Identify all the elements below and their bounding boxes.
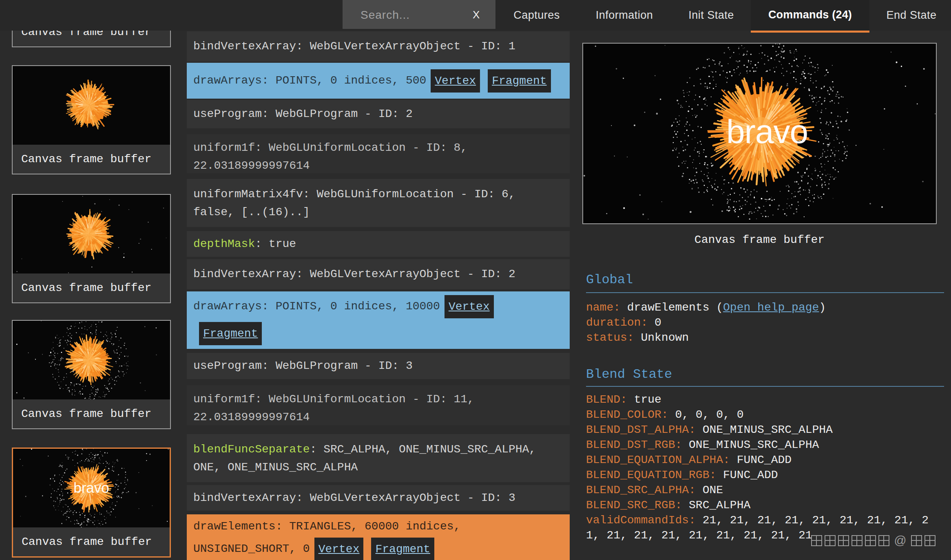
svg-text:bravo: bravo [726,113,808,150]
svg-text:bravo: bravo [73,480,109,496]
